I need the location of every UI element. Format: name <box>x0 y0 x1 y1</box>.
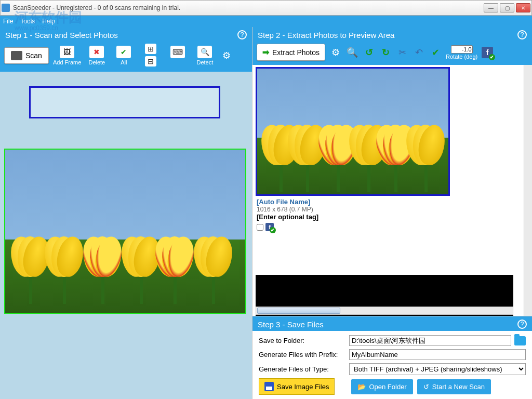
rotate-degree-control: Rotate (deg) <box>446 45 477 60</box>
window-title: ScanSpeeder - Unregistered - 0 of 0 scan… <box>13 4 180 11</box>
grid-plus-icon: ⊞ <box>145 44 156 54</box>
scanner-device-icon: ⌨ <box>170 46 185 58</box>
filetype-label: Generate Files of Type: <box>259 365 346 373</box>
cut-icon[interactable]: ✂ <box>396 46 408 59</box>
selection-frame-photo[interactable] <box>4 149 246 314</box>
rotate-left-icon[interactable]: ↺ <box>363 46 375 59</box>
start-new-scan-button[interactable]: ↺ Start a New Scan <box>417 379 491 394</box>
folder-open-icon: 📂 <box>357 383 366 391</box>
step3-settings-icon[interactable]: ⚙ <box>339 381 347 392</box>
extract-photos-button[interactable]: ➡ Extract Photos <box>257 44 325 61</box>
minimize-button[interactable]: — <box>484 3 498 12</box>
close-button[interactable]: ✕ <box>516 3 530 12</box>
grid-toggle-button[interactable]: ⊞ ⊟ <box>139 44 162 68</box>
filetype-select[interactable]: Both TIFF (archival) + JPEG (sharing/sli… <box>349 363 526 375</box>
select-all-icon: ✔ <box>116 46 131 58</box>
add-frame-icon: 🖼 <box>60 46 74 58</box>
facebook-icon[interactable]: f <box>482 47 493 58</box>
browse-folder-icon[interactable] <box>514 336 526 345</box>
menu-help[interactable]: Help <box>42 18 55 25</box>
delete-button[interactable]: ✖ Delete <box>85 46 108 65</box>
save-image-files-button[interactable]: Save Image Files <box>259 378 335 395</box>
menu-file[interactable]: File <box>3 18 13 25</box>
step2-help-icon[interactable]: ? <box>517 30 527 39</box>
preview-metadata: [Auto File Name] 1016 x 678 (0.7 MP) [En… <box>256 196 521 233</box>
save-disk-icon <box>264 382 274 391</box>
vertical-scrollbar[interactable] <box>524 65 532 316</box>
step1-header: Step 1 - Scan and Select Photos ? <box>0 27 252 42</box>
scanned-photo <box>5 150 245 313</box>
step2-toolbar: ➡ Extract Photos ⚙ 🔍 ↺ ↻ ✂ ↶ ✔ Rotate (d… <box>252 42 532 65</box>
detect-button[interactable]: 🔍 Detect <box>193 46 216 65</box>
preview-area: [Auto File Name] 1016 x 678 (0.7 MP) [En… <box>252 65 524 316</box>
add-frame-button[interactable]: 🖼 Add Frame <box>53 46 81 65</box>
zoom-icon[interactable]: 🔍 <box>346 46 358 59</box>
menu-bar: File Tools Help <box>0 16 532 27</box>
undo-icon[interactable]: ↶ <box>413 46 425 59</box>
step1-settings-icon[interactable]: ⚙ <box>220 49 233 62</box>
selection-frame-empty[interactable] <box>29 86 220 118</box>
scanner-select-button[interactable]: ⌨ <box>166 46 189 65</box>
step3-help-icon[interactable]: ? <box>517 320 527 329</box>
arrow-right-icon: ➡ <box>262 47 269 57</box>
facebook-share-icon[interactable]: f <box>265 223 274 231</box>
grid-minus-icon: ⊟ <box>145 56 156 66</box>
step3-header: Step 3 - Save Files ? <box>252 316 532 331</box>
window-titlebar: ScanSpeeder - Unregistered - 0 of 0 scan… <box>0 0 532 16</box>
open-folder-button[interactable]: 📂 Open Folder <box>351 379 413 394</box>
preview-tag-field[interactable]: [Enter optional tag] <box>257 213 520 221</box>
step3-panel: Step 3 - Save Files ? Save to Folder: Ge… <box>252 316 532 399</box>
scan-canvas[interactable] <box>0 72 252 399</box>
save-folder-input[interactable] <box>349 335 511 346</box>
step1-help-icon[interactable]: ? <box>237 30 247 39</box>
horizontal-scrollbar[interactable] <box>256 307 513 315</box>
preview-select-checkbox[interactable] <box>257 224 263 231</box>
preview-filename[interactable]: [Auto File Name] <box>257 198 520 206</box>
all-button[interactable]: ✔ All <box>112 46 135 65</box>
prefix-label: Generate Files with Prefix: <box>259 351 346 358</box>
rotate-degree-input[interactable] <box>451 45 473 54</box>
delete-icon: ✖ <box>89 46 104 58</box>
rotate-right-icon[interactable]: ↻ <box>379 46 392 59</box>
maximize-button[interactable]: ▢ <box>500 3 514 12</box>
step1-toolbar: Scan 🖼 Add Frame ✖ Delete ✔ All ⊞ ⊟ ⌨ <box>0 42 252 72</box>
prefix-input[interactable] <box>349 349 526 360</box>
apply-icon[interactable]: ✔ <box>429 46 442 59</box>
step2-header: Step 2 - Extract Photos to Preview Area … <box>252 27 532 42</box>
preview-photo-frame[interactable] <box>256 67 450 196</box>
preview-photo <box>257 69 448 194</box>
magnifier-icon: 🔍 <box>197 46 212 58</box>
save-folder-label: Save to Folder: <box>259 337 346 344</box>
refresh-icon: ↺ <box>423 383 429 391</box>
menu-tools[interactable]: Tools <box>20 18 35 25</box>
app-icon <box>2 4 10 12</box>
scanner-icon <box>11 51 22 60</box>
preview-dimensions: 1016 x 678 (0.7 MP) <box>257 206 520 213</box>
scan-button[interactable]: Scan <box>4 47 49 64</box>
step2-settings-icon[interactable]: ⚙ <box>329 46 342 59</box>
